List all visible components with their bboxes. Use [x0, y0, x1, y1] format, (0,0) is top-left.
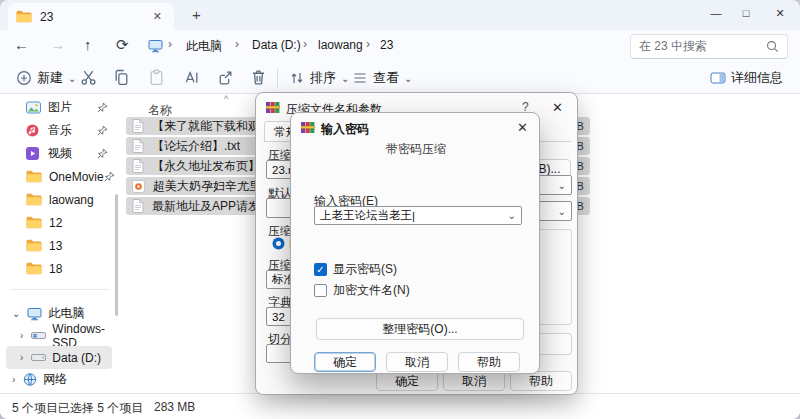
view-icon	[352, 70, 368, 86]
share-button[interactable]	[217, 69, 234, 86]
password-cancel-button[interactable]: 取消	[386, 352, 448, 372]
back-button[interactable]: ←	[14, 36, 29, 53]
breadcrumb-laowang[interactable]: laowang	[318, 38, 363, 52]
dialog-close-icon[interactable]: ✕	[552, 100, 563, 115]
delete-button[interactable]	[250, 69, 267, 86]
dialog-close-icon[interactable]: ✕	[517, 120, 528, 135]
search-input[interactable]: 在 23 中搜索	[630, 34, 788, 59]
window-close-button[interactable]: ✕	[764, 0, 796, 26]
video-icon	[26, 147, 39, 160]
maximize-button[interactable]: □	[732, 0, 760, 26]
rar-cancel-button[interactable]: 取消	[443, 371, 505, 391]
tab-close-icon[interactable]: ✕	[149, 9, 166, 24]
rar-help-button[interactable]: 帮助	[510, 371, 572, 391]
sidebar-item-data-d[interactable]: › Data (D:)	[6, 346, 112, 369]
explorer-window: 23 ✕ + — □ ✕ ← → ↑ ⟳ › 此电脑 › Data (D:) ›…	[0, 0, 800, 419]
with-password-subtitle: 带密码压缩	[291, 141, 541, 158]
navigation-bar: ← → ↑ ⟳ › 此电脑 › Data (D:) › laowang › 23…	[0, 30, 800, 62]
item-count: 5 个项目	[12, 400, 58, 417]
sidebar-item-label: OneMovie	[49, 170, 104, 184]
text-file-icon	[132, 119, 144, 133]
pin-icon	[97, 102, 108, 113]
folder-icon	[26, 170, 42, 183]
forward-button[interactable]: →	[50, 36, 65, 53]
up-button[interactable]: ↑	[84, 36, 92, 53]
selected-count: 已选择 5 个项目	[58, 400, 143, 417]
breadcrumb-current-folder[interactable]: 23	[380, 38, 393, 52]
new-plus-icon	[16, 70, 32, 86]
sidebar-item-label: 13	[49, 239, 62, 253]
sidebar-item-pictures[interactable]: 图片	[0, 96, 122, 119]
tab-title: 23	[40, 10, 149, 24]
chevron-down-icon: ⌄	[558, 206, 566, 217]
rar-ok-button[interactable]: 确定	[376, 371, 438, 391]
sidebar-item-13[interactable]: 13	[0, 234, 122, 257]
sidebar-item-label: 视频	[48, 145, 72, 162]
command-toolbar: 新建 ⌄ 排序 ⌄	[0, 62, 800, 94]
pin-icon	[104, 171, 115, 182]
sidebar-item-videos[interactable]: 视频	[0, 142, 122, 165]
password-input[interactable]: 上老王论坛当老王 | ⌄	[314, 206, 522, 225]
password-help-button[interactable]: 帮助	[458, 352, 520, 372]
sidebar-item-label: 18	[49, 262, 62, 276]
details-pane-button[interactable]: 详细信息	[706, 66, 787, 90]
search-icon	[766, 40, 779, 53]
sidebar-item-onemovie[interactable]: OneMovie	[0, 165, 122, 188]
text-file-icon	[132, 139, 144, 153]
sidebar-item-music[interactable]: 音乐	[0, 119, 122, 142]
breadcrumb-separator: ›	[366, 37, 370, 51]
password-ok-button[interactable]: 确定	[314, 352, 376, 372]
toolbar-divider	[277, 69, 278, 87]
password-value: 上老王论坛当老王	[320, 208, 412, 223]
sidebar-item-label: 此电脑	[48, 305, 84, 322]
show-password-label: 显示密码(S)	[333, 261, 397, 278]
sidebar-item-laowang[interactable]: laowang	[0, 188, 122, 211]
explorer-tab[interactable]: 23 ✕	[8, 3, 174, 30]
sidebar-scrollbar[interactable]	[115, 194, 118, 316]
sidebar-item-label: 12	[49, 216, 62, 230]
sidebar-item-network[interactable]: › 网络	[0, 368, 122, 391]
text-cursor: |	[412, 210, 415, 222]
media-file-icon	[132, 180, 145, 193]
this-pc-icon	[27, 307, 42, 321]
breadcrumb-separator: ›	[235, 37, 239, 51]
view-button[interactable]: 查看 ⌄	[348, 66, 416, 90]
rename-button[interactable]	[183, 69, 200, 86]
cut-button[interactable]	[80, 69, 97, 86]
chevron-down-icon: ⌄	[12, 308, 20, 319]
organize-passwords-button[interactable]: 整理密码(O)...	[316, 318, 524, 340]
copy-button[interactable]	[113, 69, 130, 86]
paste-button[interactable]	[148, 69, 165, 86]
sidebar-item-label: Data (D:)	[52, 351, 101, 365]
new-button[interactable]: 新建 ⌄	[12, 66, 80, 90]
chevron-right-icon: ›	[20, 352, 23, 363]
radio-rar-selected[interactable]	[272, 237, 285, 250]
sort-ascending-icon: ^	[224, 94, 228, 104]
chevron-down-icon: ⌄	[404, 73, 412, 84]
sidebar-item-18[interactable]: 18	[0, 257, 122, 280]
pin-icon	[97, 125, 108, 136]
show-password-checkbox[interactable]: ✓ 显示密码(S)	[314, 261, 397, 278]
text-file-icon	[132, 159, 144, 173]
new-tab-button[interactable]: +	[186, 6, 207, 23]
drive-icon	[31, 330, 46, 341]
sort-button[interactable]: 排序 ⌄	[285, 66, 353, 90]
folder-icon	[26, 239, 42, 252]
sidebar-item-label: 网络	[43, 371, 67, 388]
breadcrumb-this-pc[interactable]: 此电脑	[186, 38, 222, 55]
sidebar-item-label: 音乐	[48, 122, 72, 139]
chevron-down-icon: ⌄	[508, 210, 516, 221]
minimize-button[interactable]: —	[702, 0, 730, 26]
music-icon	[26, 124, 39, 137]
checkbox-checked-icon: ✓	[314, 263, 327, 276]
sidebar-item-windows-ssd[interactable]: › Windows-SSD	[0, 324, 122, 347]
encrypt-names-checkbox[interactable]: 加密文件名(N)	[314, 282, 410, 299]
encrypt-names-label: 加密文件名(N)	[333, 282, 410, 299]
checkbox-unchecked-icon	[314, 284, 327, 297]
breadcrumb-data-d[interactable]: Data (D:)	[252, 38, 301, 52]
network-icon	[23, 373, 37, 386]
details-pane-icon	[710, 71, 726, 85]
view-button-label: 查看	[373, 69, 399, 87]
sidebar-item-12[interactable]: 12	[0, 211, 122, 234]
refresh-button[interactable]: ⟳	[116, 36, 129, 54]
